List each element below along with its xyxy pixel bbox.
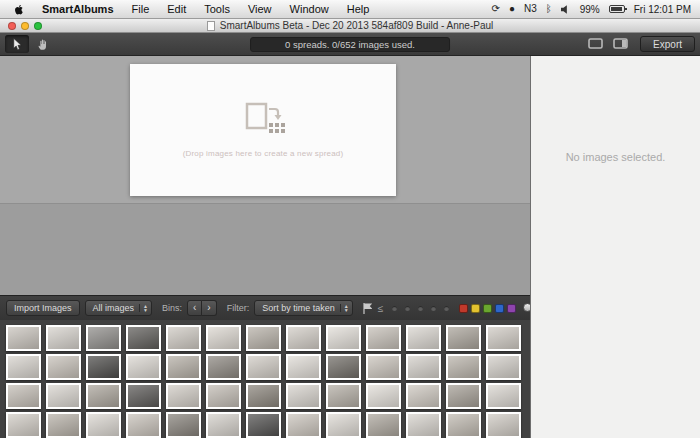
bins-prev-button[interactable]: ‹ <box>187 300 202 316</box>
thumbnail[interactable] <box>6 354 41 380</box>
color-swatch[interactable] <box>495 304 504 313</box>
spread-drop-area[interactable]: (Drop images here to create a new spread… <box>130 64 396 196</box>
rating-dot[interactable] <box>405 306 410 311</box>
color-swatch[interactable] <box>471 304 480 313</box>
close-button[interactable] <box>8 22 16 30</box>
no-selection-text: No images selected. <box>531 151 700 163</box>
thumbnail[interactable] <box>126 354 161 380</box>
flag-filter-button[interactable] <box>363 303 372 314</box>
thumbnail[interactable] <box>246 354 281 380</box>
thumbnail-photo <box>48 356 79 378</box>
thumbnail[interactable] <box>486 354 521 380</box>
thumbnail[interactable] <box>366 354 401 380</box>
thumbnail[interactable] <box>246 383 281 409</box>
thumbnail[interactable] <box>406 354 441 380</box>
thumbnail[interactable] <box>46 354 81 380</box>
color-swatch[interactable] <box>483 304 492 313</box>
menu-tools[interactable]: Tools <box>195 3 239 15</box>
thumbnail[interactable] <box>486 325 521 351</box>
menu-view[interactable]: View <box>239 3 281 15</box>
window-title-bar[interactable]: SmartAlbums Beta - Dec 20 2013 584af809 … <box>0 19 700 33</box>
bins-next-button[interactable]: › <box>202 300 216 316</box>
color-swatch[interactable] <box>507 304 516 313</box>
thumbnail[interactable] <box>406 325 441 351</box>
thumbnail[interactable] <box>6 325 41 351</box>
menu-help[interactable]: Help <box>338 3 379 15</box>
thumbnail[interactable] <box>446 325 481 351</box>
thumbnail[interactable] <box>86 383 121 409</box>
thumbnail[interactable] <box>286 412 321 438</box>
thumbnail[interactable] <box>166 325 201 351</box>
thumbnail[interactable] <box>46 325 81 351</box>
menu-clock[interactable]: Fri 12:01 PM <box>634 4 691 15</box>
import-images-button[interactable]: Import Images <box>6 300 80 316</box>
select-tool-button[interactable] <box>5 35 29 53</box>
battery-icon[interactable] <box>609 5 625 13</box>
thumbnail[interactable] <box>486 383 521 409</box>
thumbnail[interactable] <box>326 412 361 438</box>
thumbnail[interactable] <box>326 383 361 409</box>
thumbnail[interactable] <box>406 383 441 409</box>
menu-app-name[interactable]: SmartAlbums <box>33 3 123 15</box>
thumbnail[interactable] <box>366 383 401 409</box>
input-source-icon[interactable]: N3 <box>524 4 537 14</box>
rating-dot[interactable] <box>444 306 449 311</box>
color-swatch[interactable] <box>459 304 468 313</box>
thumbnail[interactable] <box>166 354 201 380</box>
sync-icon[interactable]: ⟳ <box>492 4 500 14</box>
thumbnail[interactable] <box>446 383 481 409</box>
thumbnail[interactable] <box>206 412 241 438</box>
volume-icon[interactable] <box>561 5 571 14</box>
thumbnail[interactable] <box>286 354 321 380</box>
canvas-area[interactable]: (Drop images here to create a new spread… <box>0 56 530 203</box>
thumbnail[interactable] <box>46 383 81 409</box>
thumbnail[interactable] <box>326 354 361 380</box>
thumbnail[interactable] <box>126 412 161 438</box>
zoom-button[interactable] <box>34 22 42 30</box>
rating-dot[interactable] <box>392 306 397 311</box>
album-filter-dropdown[interactable]: All images ▲▼ <box>85 300 152 316</box>
apple-menu[interactable] <box>6 3 33 16</box>
thumbnail[interactable] <box>286 325 321 351</box>
menu-file[interactable]: File <box>123 3 159 15</box>
rating-dot[interactable] <box>431 306 436 311</box>
thumbnail[interactable] <box>166 412 201 438</box>
canvas-area-lower[interactable] <box>0 203 530 295</box>
thumbnail[interactable] <box>366 325 401 351</box>
bluetooth-icon[interactable]: ᛒ <box>546 4 552 14</box>
filter-label: Filter: <box>227 303 250 313</box>
hand-tool-button[interactable] <box>31 35 55 53</box>
display-icon[interactable]: ● <box>509 4 515 14</box>
minimize-button[interactable] <box>21 22 29 30</box>
thumbnail[interactable] <box>446 354 481 380</box>
thumbnail[interactable] <box>246 325 281 351</box>
thumbnail[interactable] <box>86 354 121 380</box>
thumbnail[interactable] <box>166 383 201 409</box>
menu-window[interactable]: Window <box>281 3 338 15</box>
thumbnail[interactable] <box>366 412 401 438</box>
thumbnail[interactable] <box>206 383 241 409</box>
battery-percent[interactable]: 99% <box>580 4 600 15</box>
sort-dropdown[interactable]: Sort by time taken ▲▼ <box>254 300 353 316</box>
thumbnail[interactable] <box>246 412 281 438</box>
thumbnail[interactable] <box>206 354 241 380</box>
thumbnail[interactable] <box>6 383 41 409</box>
thumbnail[interactable] <box>446 412 481 438</box>
thumbnail[interactable] <box>326 325 361 351</box>
export-button[interactable]: Export <box>640 36 695 52</box>
rating-compare-button[interactable]: ≤ <box>378 303 384 314</box>
thumbnail[interactable] <box>86 325 121 351</box>
rating-dot[interactable] <box>418 306 423 311</box>
thumbnail[interactable] <box>86 412 121 438</box>
thumbnail[interactable] <box>6 412 41 438</box>
menu-edit[interactable]: Edit <box>158 3 195 15</box>
thumbnail[interactable] <box>46 412 81 438</box>
thumbnail[interactable] <box>206 325 241 351</box>
thumbnail[interactable] <box>126 325 161 351</box>
preview-view-icon[interactable] <box>586 36 604 52</box>
panel-toggle-icon[interactable] <box>611 36 629 52</box>
thumbnail[interactable] <box>286 383 321 409</box>
thumbnail[interactable] <box>486 412 521 438</box>
thumbnail[interactable] <box>406 412 441 438</box>
thumbnail[interactable] <box>126 383 161 409</box>
